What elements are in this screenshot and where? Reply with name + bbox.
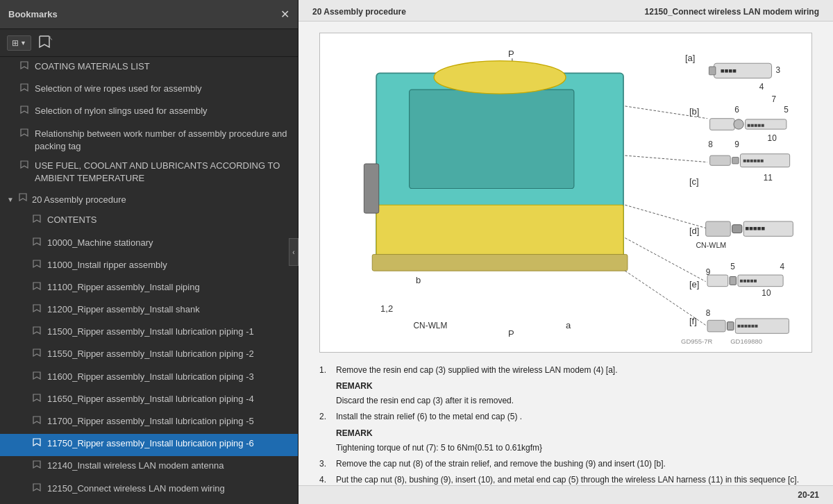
instruction-text: Install the strain relief (6) to the met…	[336, 410, 812, 423]
page-number: 20-21	[798, 490, 819, 500]
svg-text:P: P	[508, 328, 514, 339]
svg-text:7: 7	[772, 94, 777, 104]
bookmark-item-11200[interactable]: 11200_Ripper assembly_Install shank	[0, 300, 298, 322]
svg-text:1,2: 1,2	[380, 303, 393, 314]
svg-text:8: 8	[706, 308, 711, 318]
svg-text:CN-WLM: CN-WLM	[696, 241, 726, 249]
bookmark-item-11750[interactable]: 11750_Ripper assembly_Install lubricatio…	[0, 434, 298, 456]
bookmark-item-fuel[interactable]: USE FUEL, COOLANT AND LUBRICANTS ACCORDI…	[0, 156, 298, 188]
bookmark-item-work-number[interactable]: Relationship between work number of asse…	[0, 124, 298, 156]
cursor-indicator: ↖	[48, 35, 53, 42]
bookmark-flag-icon	[32, 438, 42, 453]
bookmark-icon-button[interactable]: ↖	[35, 33, 53, 53]
svg-text:8: 8	[708, 140, 713, 149]
bookmark-item-11100[interactable]: 11100_Ripper assembly_Install piping	[0, 278, 298, 300]
svg-text:■■■■: ■■■■	[721, 67, 737, 74]
instruction-text: Put the cap nut (8), bushing (9), insert…	[336, 473, 812, 485]
bookmark-label: 11650_Ripper assembly_Install lubricatio…	[47, 393, 254, 405]
bookmark-item-wire-ropes[interactable]: Selection of wire ropes used for assembl…	[0, 79, 298, 101]
bookmark-label: 12150_Connect wireless LAN modem wiring	[47, 482, 225, 495]
svg-text:CN-WLM: CN-WLM	[414, 321, 448, 330]
bookmark-item-nylon-slings[interactable]: Selection of nylon slings used for assem…	[0, 101, 298, 124]
instruction-text: Remove the resin end cap (3) supplied wi…	[336, 364, 812, 377]
section-header-assembly[interactable]: ▼ 20 Assembly procedure	[0, 188, 298, 210]
bookmark-item-12150[interactable]: 12150_Connect wireless LAN modem wiring	[0, 479, 298, 501]
svg-text:[f]: [f]	[689, 316, 697, 326]
svg-text:4: 4	[780, 262, 784, 271]
bookmark-item-10000[interactable]: 10000_Machine stationary	[0, 233, 298, 255]
bookmark-flag-icon	[32, 215, 42, 229]
instruction-2: 2. Install the strain relief (6) to the …	[319, 410, 812, 423]
svg-rect-24	[709, 67, 715, 75]
bookmark-item-12160[interactable]: 12160_Install cab right rear lamp	[0, 501, 298, 504]
bookmark-label: 11550_Ripper assembly_Install lubricatio…	[47, 348, 254, 360]
bookmark-flag-icon	[19, 83, 29, 98]
diagram-svg: [a] P b 1,2	[327, 40, 805, 345]
bookmark-item-12140[interactable]: 12140_Install wireless LAN modem antenna	[0, 456, 298, 478]
svg-rect-48	[707, 275, 728, 287]
bookmark-flag-icon	[19, 128, 29, 143]
instruction-number: 2.	[319, 410, 330, 423]
instruction-3: 3. Remove the cap nut (8) of the strain …	[319, 457, 812, 471]
svg-rect-42	[732, 225, 742, 233]
document-content[interactable]: [a] P b 1,2	[298, 22, 833, 485]
doc-section-title: 20 Assembly procedure	[312, 7, 406, 17]
svg-text:[e]: [e]	[689, 279, 700, 289]
bookmark-label: 11700_Ripper assembly_Install lubricatio…	[47, 415, 254, 428]
bookmark-item-11500[interactable]: 11500_Ripper assembly_Install lubricatio…	[0, 322, 298, 344]
bookmark-flag-icon	[32, 326, 42, 341]
svg-rect-37	[732, 157, 739, 163]
bookmark-item-11700[interactable]: 11700_Ripper assembly_Install lubricatio…	[0, 412, 298, 434]
grid-icon: ⊞	[12, 38, 19, 48]
bookmark-item-contents[interactable]: CONTENTS	[0, 210, 298, 233]
instruction-list: 1. Remove the resin end cap (3) supplied…	[319, 364, 812, 485]
bookmark-label: Selection of wire ropes used for assembl…	[35, 83, 202, 95]
bookmark-item-11550[interactable]: 11550_Ripper assembly_Install lubricatio…	[0, 344, 298, 367]
panel-header: Bookmarks ✕	[0, 0, 298, 29]
bookmark-label: 10000_Machine stationary	[47, 237, 153, 249]
bookmark-label: 11200_Ripper assembly_Install shank	[47, 303, 200, 316]
svg-text:b: b	[416, 275, 421, 285]
svg-text:5: 5	[784, 105, 789, 115]
svg-rect-41	[706, 221, 731, 236]
bookmark-flag-icon	[32, 394, 42, 408]
remark-text: Tightening torque of nut (7): 5 to 6Nm{0…	[336, 442, 812, 455]
bookmark-flag-icon	[32, 237, 42, 252]
bookmark-label: 11000_Install ripper assembly	[47, 259, 167, 271]
panel-collapse-handle[interactable]: ‹	[289, 238, 298, 266]
bookmark-label: COATING MATERIALS LIST	[35, 60, 150, 73]
svg-text:[a]: [a]	[685, 53, 695, 63]
bookmark-item-11600[interactable]: 11600_Ripper assembly_Install lubricatio…	[0, 367, 298, 389]
instruction-number: 1.	[319, 364, 330, 377]
svg-text:■■■■■: ■■■■■	[746, 224, 766, 232]
document-header: 20 Assembly procedure 12150_Connect wire…	[298, 0, 833, 22]
svg-rect-6	[410, 90, 574, 188]
svg-rect-55	[727, 322, 733, 330]
svg-rect-36	[710, 156, 731, 165]
bookmark-label: Relationship between work number of asse…	[35, 128, 291, 153]
remark-text: Discard the resin end cap (3) after it i…	[336, 394, 812, 408]
svg-text:6: 6	[734, 105, 739, 115]
bookmark-flag-icon	[32, 304, 42, 319]
svg-rect-5	[376, 205, 623, 262]
bookmark-flag-icon	[32, 282, 42, 296]
bookmark-label: 11750_Ripper assembly_Install lubricatio…	[47, 437, 254, 450]
bookmark-flag-icon	[32, 416, 42, 430]
svg-text:5: 5	[730, 262, 735, 271]
instruction-number: 4.	[319, 473, 330, 485]
svg-text:GD955-7R: GD955-7R	[681, 337, 712, 345]
bookmark-item-11650[interactable]: 11650_Ripper assembly_Install lubricatio…	[0, 389, 298, 412]
close-button[interactable]: ✕	[280, 9, 289, 20]
bookmark-list[interactable]: COATING MATERIALS LIST Selection of wire…	[0, 57, 298, 504]
svg-text:■■■■■■: ■■■■■■	[737, 322, 758, 329]
svg-rect-9	[372, 254, 628, 271]
dropdown-arrow-icon: ▼	[20, 40, 26, 47]
bookmark-item-11000[interactable]: 11000_Install ripper assembly	[0, 255, 298, 278]
bookmark-item-coating[interactable]: COATING MATERIALS LIST	[0, 57, 298, 79]
bookmark-label: USE FUEL, COOLANT AND LUBRICANTS ACCORDI…	[35, 160, 291, 185]
doc-page-title: 12150_Connect wireless LAN modem wiring	[645, 7, 819, 17]
bookmark-flag-icon	[19, 160, 29, 175]
svg-text:■■■■■: ■■■■■	[747, 121, 764, 128]
grid-view-button[interactable]: ⊞ ▼	[7, 35, 31, 51]
technical-diagram: [a] P b 1,2	[319, 33, 812, 353]
